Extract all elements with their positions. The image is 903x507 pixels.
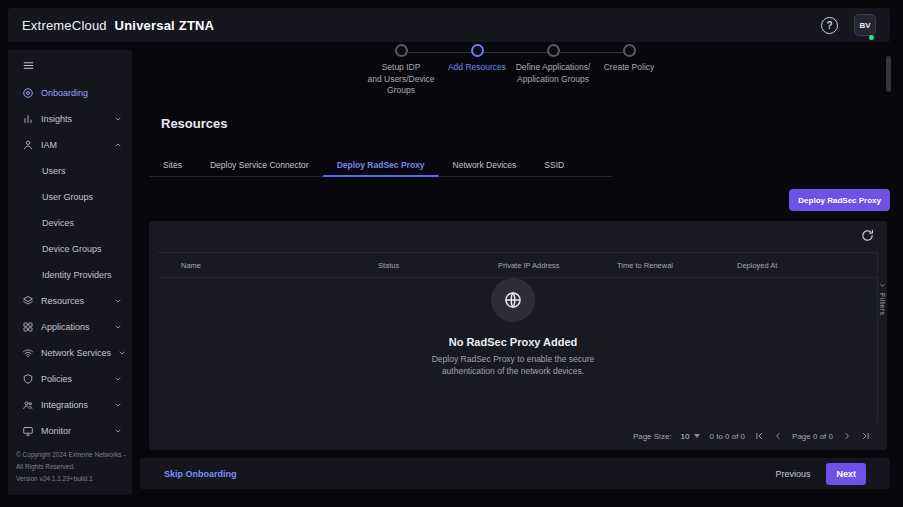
help-glyph: ? bbox=[826, 20, 832, 31]
column-header-status: Status bbox=[378, 261, 498, 270]
sidebar-item-label: Integrations bbox=[41, 400, 88, 410]
sidebar-item-devices[interactable]: Devices bbox=[8, 210, 132, 236]
next-button[interactable]: Next bbox=[826, 463, 866, 485]
insights-icon bbox=[22, 113, 34, 125]
step-label: Add Resources bbox=[448, 62, 506, 74]
avatar-initials: BV bbox=[859, 21, 870, 30]
sidebar-item-device-groups[interactable]: Device Groups bbox=[8, 236, 132, 262]
hamburger-icon bbox=[22, 59, 35, 72]
copyright-text: © Copyright 2024 Extreme Networks - All … bbox=[8, 449, 132, 495]
scrollbar[interactable] bbox=[886, 56, 891, 92]
page-size-select[interactable]: 10 bbox=[681, 432, 701, 441]
brand-bold: Universal ZTNA bbox=[115, 18, 215, 33]
tab-deploy-radsec-proxy[interactable]: Deploy RadSec Proxy bbox=[323, 154, 439, 176]
pagination: Page Size: 10 0 to 0 of 0 Page 0 of 0 bbox=[633, 431, 871, 441]
step-label: Define Applications/ Application Groups bbox=[516, 62, 591, 85]
tab-label: Deploy RadSec Proxy bbox=[337, 160, 425, 170]
step-icon bbox=[623, 44, 636, 57]
skip-onboarding-link[interactable]: Skip Onboarding bbox=[164, 469, 237, 479]
step-label: Setup IDP and Users/Device Groups bbox=[367, 62, 434, 97]
chevron-down-icon bbox=[114, 401, 122, 409]
shield-icon bbox=[22, 373, 34, 385]
stepper-step-define-applications[interactable]: Define Applications/ Application Groups bbox=[515, 44, 591, 97]
chevron-down-icon bbox=[114, 323, 122, 331]
previous-button[interactable]: Previous bbox=[775, 469, 810, 479]
radsec-proxy-table-panel: Name Status Private IP Address Time to R… bbox=[149, 221, 887, 450]
stepper-step-add-resources[interactable]: Add Resources bbox=[439, 44, 515, 97]
last-page-button[interactable] bbox=[861, 431, 871, 441]
tab-sites[interactable]: Sites bbox=[149, 154, 196, 176]
sidebar-item-label: Resources bbox=[41, 296, 84, 306]
tab-label: SSID bbox=[544, 160, 564, 170]
integrations-icon bbox=[22, 399, 34, 411]
pagination-range-text: 0 to 0 of 0 bbox=[709, 432, 745, 441]
sidebar-subitem-label: Devices bbox=[42, 218, 74, 228]
menu-toggle-button[interactable] bbox=[8, 50, 132, 80]
pagination-page-text: Page 0 of 0 bbox=[792, 432, 833, 441]
online-status-dot bbox=[869, 35, 874, 40]
step-icon bbox=[471, 44, 484, 57]
sidebar-item-integrations[interactable]: Integrations bbox=[8, 392, 132, 418]
help-icon[interactable]: ? bbox=[821, 17, 838, 34]
sidebar-item-resources[interactable]: Resources bbox=[8, 288, 132, 314]
sidebar-item-user-groups[interactable]: User Groups bbox=[8, 184, 132, 210]
sidebar-item-label: Monitor bbox=[41, 426, 71, 436]
page-title: Resources bbox=[161, 116, 227, 131]
sidebar-item-label: Insights bbox=[41, 114, 72, 124]
sidebar-item-users[interactable]: Users bbox=[8, 158, 132, 184]
sidebar: Onboarding Insights IAM Users User Group… bbox=[8, 50, 132, 495]
chevron-down-icon bbox=[114, 375, 122, 383]
tab-ssid[interactable]: SSID bbox=[530, 154, 578, 176]
sidebar-item-label: Onboarding bbox=[41, 88, 88, 98]
sidebar-item-policies[interactable]: Policies bbox=[8, 366, 132, 392]
page-size-value: 10 bbox=[681, 432, 690, 441]
sidebar-item-iam[interactable]: IAM bbox=[8, 132, 132, 158]
sidebar-item-identity-providers[interactable]: Identity Providers bbox=[8, 262, 132, 288]
step-icon bbox=[395, 44, 408, 57]
chevron-up-icon bbox=[114, 141, 122, 149]
previous-page-button[interactable] bbox=[773, 431, 783, 441]
sidebar-item-applications[interactable]: Applications bbox=[8, 314, 132, 340]
chevron-down-icon bbox=[114, 115, 122, 123]
column-header-name: Name bbox=[157, 261, 378, 270]
sidebar-item-insights[interactable]: Insights bbox=[8, 106, 132, 132]
deploy-radsec-proxy-button[interactable]: Deploy RadSec Proxy bbox=[789, 189, 890, 211]
tab-label: Sites bbox=[163, 160, 182, 170]
sidebar-subitem-label: Users bbox=[42, 166, 66, 176]
copyright-line: All Rights Reserved. bbox=[16, 461, 128, 473]
wizard-action-bar: Skip Onboarding Previous Next bbox=[140, 458, 890, 489]
stepper-step-setup-idp[interactable]: Setup IDP and Users/Device Groups bbox=[363, 44, 439, 97]
empty-state-description: Deploy RadSec Proxy to enable the secure… bbox=[407, 354, 619, 377]
sidebar-item-label: Network Services bbox=[41, 348, 111, 358]
stepper-step-create-policy[interactable]: Create Policy bbox=[591, 44, 667, 97]
onboarding-icon bbox=[22, 87, 34, 99]
page-size-label: Page Size: bbox=[633, 432, 672, 441]
chevron-down-icon bbox=[118, 349, 126, 357]
empty-state-title: No RadSec Proxy Added bbox=[149, 336, 877, 348]
filters-label: Filters bbox=[879, 293, 886, 316]
globe-icon bbox=[491, 278, 535, 322]
sidebar-subitem-label: Device Groups bbox=[42, 244, 102, 254]
chevron-down-icon bbox=[114, 297, 122, 305]
column-header-time-to-renewal: Time to Renewal bbox=[617, 261, 737, 270]
tab-deploy-service-connector[interactable]: Deploy Service Connector bbox=[196, 154, 323, 176]
first-page-button[interactable] bbox=[754, 431, 764, 441]
avatar[interactable]: BV bbox=[854, 14, 876, 36]
next-page-button[interactable] bbox=[842, 431, 852, 441]
applications-icon bbox=[22, 321, 34, 333]
sidebar-item-monitor[interactable]: Monitor bbox=[8, 418, 132, 444]
sidebar-item-label: Applications bbox=[41, 322, 90, 332]
column-header-private-ip: Private IP Address bbox=[498, 261, 617, 270]
refresh-button[interactable] bbox=[860, 228, 875, 243]
sidebar-item-label: Policies bbox=[41, 374, 72, 384]
empty-state: No RadSec Proxy Added Deploy RadSec Prox… bbox=[149, 278, 877, 377]
sidebar-item-label: IAM bbox=[41, 140, 57, 150]
copyright-line: © Copyright 2024 Extreme Networks - bbox=[16, 449, 128, 461]
sidebar-item-onboarding[interactable]: Onboarding bbox=[8, 80, 132, 106]
tab-bar: Sites Deploy Service Connector Deploy Ra… bbox=[149, 154, 612, 177]
sidebar-item-network-services[interactable]: Network Services bbox=[8, 340, 132, 366]
brand-regular: ExtremeCloud bbox=[22, 18, 107, 33]
filters-panel-toggle[interactable]: Filters bbox=[877, 252, 887, 422]
onboarding-stepper: Setup IDP and Users/Device Groups Add Re… bbox=[140, 44, 890, 97]
tab-network-devices[interactable]: Network Devices bbox=[439, 154, 531, 176]
